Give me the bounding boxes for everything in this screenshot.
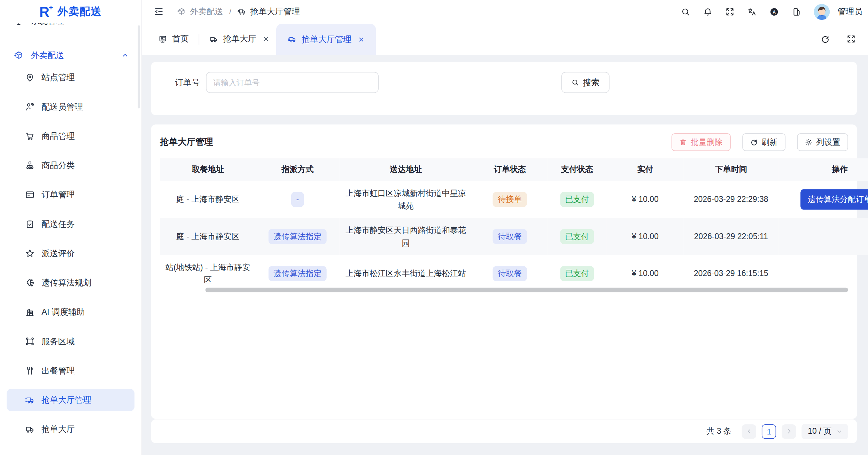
cell-actions: [778, 218, 868, 255]
task-icon: [25, 219, 35, 229]
cell-pickup-address: 站(地铁站) - 上海市静安区: [160, 255, 256, 292]
sidebar-item-label: 出餐管理: [41, 366, 75, 376]
sidebar-item-label: 派送评价: [41, 248, 75, 259]
orders-table-wrap: 取餐地址指派方式送达地址订单状态支付状态实付下单时间操作 庭 - 上海市静安区-…: [160, 158, 848, 292]
prev-page-button[interactable]: [742, 424, 756, 438]
sidebar-group-label: 外卖配送: [31, 50, 64, 61]
genetic-assign-order-button[interactable]: 遗传算法分配订单: [800, 189, 868, 210]
sidebar-item-1[interactable]: 配送员管理: [7, 96, 134, 118]
current-page-button[interactable]: 1: [762, 424, 776, 438]
order-status-badge: 待取餐: [493, 266, 527, 281]
panel-title: 抢单大厅管理: [160, 136, 213, 148]
column-settings-button[interactable]: 列设置: [797, 133, 848, 151]
search-icon: [571, 79, 579, 86]
column-header-4: 订单状态: [472, 158, 548, 181]
tab-separator: [199, 33, 200, 45]
search-button[interactable]: 搜索: [561, 72, 610, 93]
sidebar-item-6[interactable]: 派送评价: [7, 242, 134, 265]
sidebar-item-0[interactable]: 站点管理: [7, 66, 134, 89]
chevron-up-icon: [121, 52, 129, 59]
notification-bell-icon[interactable]: [703, 7, 712, 16]
sidebar-item-7[interactable]: 遗传算法规划: [7, 272, 134, 294]
sidebar-item-12[interactable]: 抢单大厅: [7, 418, 134, 441]
cube-icon: [177, 7, 186, 16]
cell-amount: ¥ 10.00: [607, 218, 684, 255]
next-page-button[interactable]: [782, 424, 796, 438]
chevron-down-icon: [836, 429, 842, 434]
sidebar-item-3[interactable]: 商品分类: [7, 154, 134, 176]
horizontal-scrollbar[interactable]: [206, 288, 848, 292]
order-status-badge: 待接单: [493, 192, 527, 207]
tab-label: 抢单大厅: [223, 34, 256, 44]
system-icon: [14, 23, 24, 26]
orders-table: 取餐地址指派方式送达地址订单状态支付状态实付下单时间操作 庭 - 上海市静安区-…: [160, 158, 868, 292]
sidebar-item-label: 订单管理: [41, 189, 75, 200]
refresh-icon: [750, 138, 758, 146]
refresh-button[interactable]: 刷新: [742, 133, 785, 151]
sidebar-group-delivery[interactable]: 外卖配送: [7, 44, 134, 66]
panel-actions: 批量删除 刷新 列设置: [671, 133, 848, 151]
truck-icon: [25, 424, 35, 434]
translate-icon[interactable]: [747, 7, 757, 16]
user-avatar[interactable]: [814, 3, 830, 19]
logo-icon: R+: [39, 5, 54, 19]
breadcrumb-current[interactable]: 抢单大厅管理: [238, 6, 300, 17]
sidebar-menu: 系统管理外卖配送站点管理配送员管理商品管理商品分类订单管理配送任务派送评价遗传算…: [0, 23, 141, 455]
svg-text:A: A: [773, 9, 776, 14]
sidebar-group-system[interactable]: 系统管理: [7, 23, 134, 32]
pay-status-badge: 已支付: [560, 192, 594, 207]
sidebar-group-label: 系统管理: [31, 23, 64, 26]
dashboard-icon: [158, 34, 167, 43]
cell-pickup-address: 庭 - 上海市静安区: [160, 181, 256, 218]
table-row-1: 庭 - 上海市静安区遗传算法指定上海市静安区天目西路街道和泰花园待取餐已支付¥ …: [160, 218, 868, 255]
tab-close-icon[interactable]: [358, 36, 364, 42]
order-icon: [25, 190, 35, 200]
tab-2[interactable]: 抢单大厅管理: [276, 24, 376, 55]
sidebar-item-5[interactable]: 配送任务: [7, 213, 134, 235]
sidebar-item-10[interactable]: 出餐管理: [7, 360, 134, 382]
sidebar-scrollbar[interactable]: [138, 25, 140, 108]
sidebar-item-8[interactable]: AI 调度辅助: [7, 301, 134, 323]
pay-status-badge: 已支付: [560, 229, 594, 244]
reload-page-icon[interactable]: [820, 34, 830, 44]
table-header-row: 取餐地址指派方式送达地址订单状态支付状态实付下单时间操作: [160, 158, 868, 181]
batch-delete-button[interactable]: 批量删除: [671, 133, 730, 151]
truck-fast-icon: [288, 35, 296, 44]
column-header-5: 支付状态: [548, 158, 607, 181]
cell-pay-status: 已支付: [548, 255, 607, 292]
sidebar-item-label: 抢单大厅管理: [41, 395, 91, 405]
cell-order-time: 2026-03-29 22:29:38: [684, 181, 778, 218]
sidebar-item-label: 商品分类: [41, 160, 75, 171]
breadcrumb-app[interactable]: 外卖配送: [177, 6, 223, 17]
column-header-1: 取餐地址: [160, 158, 256, 181]
sidebar-item-4[interactable]: 订单管理: [7, 184, 134, 206]
column-header-8: 操作: [778, 158, 868, 181]
menu-fold-icon[interactable]: [154, 7, 164, 17]
sidebar-item-9[interactable]: 服务区域: [7, 330, 134, 353]
order-status-badge: 待取餐: [493, 229, 527, 244]
content-fullscreen-icon[interactable]: [846, 34, 856, 44]
user-name[interactable]: 管理员: [838, 6, 863, 17]
column-header-3: 送达地址: [339, 158, 472, 181]
skin-theme-icon[interactable]: [792, 7, 801, 16]
sidebar-item-2[interactable]: 商品管理: [7, 125, 134, 147]
fullscreen-icon[interactable]: [725, 7, 735, 16]
content-area: 订单号 搜索 抢单大厅管理 批量删除 刷新: [142, 55, 868, 455]
truck-icon: [238, 7, 246, 16]
total-count: 共 3 条: [706, 426, 731, 437]
tab-1[interactable]: 抢单大厅: [202, 23, 276, 55]
header-actions: A 管理员: [681, 3, 862, 19]
order-panel: 抢单大厅管理 批量删除 刷新 列设置: [151, 125, 857, 419]
tab-close-icon[interactable]: [263, 36, 269, 42]
chevron-left-icon: [746, 428, 752, 434]
tab-0[interactable]: 首页: [151, 23, 196, 55]
theme-letter-icon[interactable]: A: [769, 7, 779, 16]
brain-icon: [25, 278, 35, 288]
cell-assign-method: -: [256, 181, 339, 218]
assign-method-badge: -: [291, 192, 304, 207]
page-size-select[interactable]: 10 / 页: [802, 424, 848, 439]
order-no-input[interactable]: [206, 72, 379, 93]
search-icon[interactable]: [681, 7, 690, 16]
sidebar-item-11[interactable]: 抢单大厅管理: [7, 389, 134, 411]
app-logo[interactable]: R+ 外卖配送: [0, 0, 141, 23]
